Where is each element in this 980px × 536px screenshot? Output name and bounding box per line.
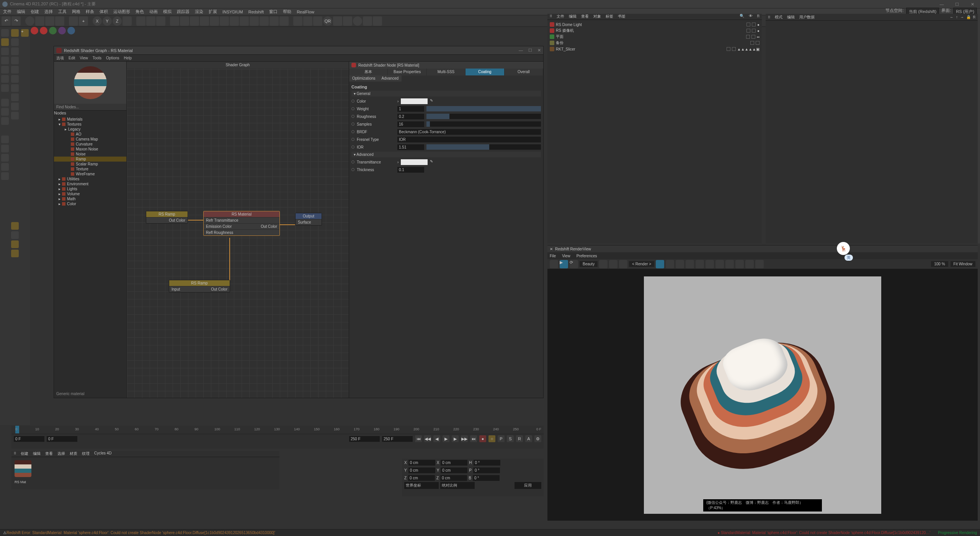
close-button[interactable]: ✕ [965,0,980,8]
mm-view[interactable]: 查看 [45,451,53,457]
search-icon[interactable]: 🔍 [740,14,744,20]
menu-spline[interactable]: 样条 [86,9,94,15]
shader-min-button[interactable]: — [519,48,523,53]
prev-frame-icon[interactable]: ◀ [433,435,440,442]
node-rs-ramp-1[interactable]: RS Ramp Out Color [146,211,188,224]
render-canvas[interactable]: (微信公众号：野鹿志 微博：野鹿志 作者：马鹿野郎）（P:43%） [547,269,978,521]
omtab-file[interactable]: 文件 [557,14,564,20]
key-r-icon[interactable]: R [516,435,523,442]
rs-light-icon[interactable] [333,16,342,26]
material-swatch[interactable] [15,460,31,477]
node-rs-ramp-2[interactable]: RS Ramp InputOut Color [169,280,230,293]
goto-start-icon[interactable]: ⏮ [415,435,422,442]
floor-icon[interactable] [270,16,279,26]
snap-icon[interactable] [303,16,312,26]
axis-y-icon[interactable]: Y [103,16,112,26]
rot-b[interactable]: 0 ° [473,475,500,481]
t7-icon[interactable] [11,93,19,101]
rs-misc-icon[interactable] [373,16,382,26]
selection-tool-icon[interactable] [25,16,34,26]
axis-mode-icon[interactable] [1,84,9,92]
ime-badge[interactable]: 🦌 英 [837,242,853,261]
key-p-icon[interactable]: P [498,435,505,442]
render-toggle[interactable] [732,47,736,51]
refresh-icon[interactable]: ⟳ [570,260,578,268]
t4-icon[interactable] [11,66,19,74]
point-mode-icon[interactable] [1,47,9,55]
om-filter-icon[interactable]: ⎘ [757,14,760,20]
rv-a-icon[interactable] [599,260,608,268]
samples-slider[interactable] [426,121,541,127]
render-toggle[interactable] [752,23,756,26]
shader-menu-help[interactable]: Help [124,56,132,60]
tab-basic[interactable]: 基本 [349,69,388,75]
key-a-icon[interactable]: A [525,435,532,442]
anim-settings-icon[interactable]: ⚙ [534,435,541,442]
grn-icon[interactable] [49,27,57,34]
menu-window[interactable]: 窗口 [269,9,278,15]
move-icon[interactable] [11,240,19,248]
attr-tab-edit[interactable]: 编辑 [787,15,795,20]
circle-icon[interactable] [696,260,704,268]
key-s-icon[interactable]: S [507,435,514,442]
thickness-field[interactable]: 0.1 [397,167,424,173]
t1-icon[interactable] [11,38,19,46]
mm-cycles[interactable]: Cycles 4D [94,451,112,457]
frame-max-field[interactable]: 250 F [382,436,413,442]
attr-tab-mode[interactable]: 模式 [775,15,782,20]
subdivision-icon[interactable] [190,16,199,26]
tab-advanced[interactable]: Advanced [379,75,402,82]
cat-materials[interactable]: ▸Materials [54,117,126,122]
zoom-field[interactable]: 100 % [931,261,948,267]
obj-backup[interactable]: 备份 [547,40,762,46]
shader-canvas[interactable]: Shader Graph RS Ramp Out Color RS Materi… [127,62,349,398]
snap3-icon[interactable] [745,260,754,268]
t9-icon[interactable] [11,112,19,119]
port-surface[interactable]: Surface [298,220,311,224]
cat-math[interactable]: ▸Math [54,196,126,201]
render-toggle[interactable] [752,29,756,33]
grid1-icon[interactable] [666,260,674,268]
next-frame-icon[interactable]: ▶ [452,435,459,442]
shader-menu-edit[interactable]: Edit [69,56,75,60]
rs-proxy-icon[interactable] [363,16,372,26]
nav-fwd-icon[interactable]: → [960,15,964,19]
size-x[interactable]: 0 cm [441,460,467,466]
menu-tools[interactable]: 工具 [58,9,67,15]
live-select-icon[interactable] [11,222,19,230]
menu-file[interactable]: 文件 [3,9,11,15]
aov-select[interactable]: Beauty [580,261,598,267]
obj-rscamera[interactable]: RS 摄像机● [547,28,762,34]
snow-icon[interactable] [686,260,694,268]
misc4-icon[interactable] [1,163,9,171]
rs-target-icon[interactable] [353,16,362,26]
menu-render[interactable]: 渲染 [195,9,203,15]
pen-icon[interactable] [180,16,189,26]
light-icon[interactable] [260,16,269,26]
poly-mode-icon[interactable] [1,66,9,74]
fresnel-combo[interactable]: IOR [397,137,541,142]
menu-redshift[interactable]: Redshift [248,10,264,14]
port-outcolor[interactable]: Out Color [169,218,185,222]
coord-space-combo[interactable]: 世界坐标 [404,482,439,489]
tex-ramp[interactable]: Ramp [54,157,126,162]
mm-create[interactable]: 创建 [21,451,28,457]
menu-create[interactable]: 创建 [31,9,39,15]
next-key-icon[interactable]: ▶▶ [461,435,468,442]
rot-p[interactable]: 0 ° [473,467,500,473]
model-mode-icon[interactable] [1,29,9,37]
ior-field[interactable]: 1.51 [397,144,424,150]
rs-icon[interactable] [31,27,38,34]
color-swatch[interactable] [401,98,428,104]
mm-edit[interactable]: 编辑 [33,451,41,457]
cat-volume[interactable]: ▸Volume [54,191,126,196]
attr-tab-user[interactable]: 用户数据 [799,15,815,20]
menu-ext[interactable]: 扩展 [209,9,217,15]
render-settings-icon[interactable] [136,16,145,26]
shader-menu-view[interactable]: View [80,56,88,60]
tag-icon[interactable]: ▪▪ [757,35,760,39]
minimize-button[interactable]: — [934,0,949,8]
omtab-object[interactable]: 对象 [593,14,601,20]
rec-icon[interactable] [40,27,47,34]
frame-end-field[interactable]: 250 F [349,436,380,442]
